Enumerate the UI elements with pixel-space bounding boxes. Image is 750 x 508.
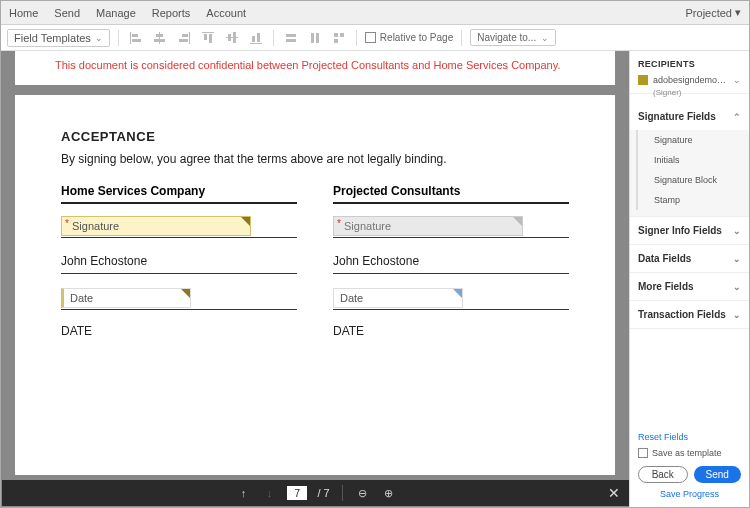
page-total: / 7	[317, 487, 329, 499]
close-icon[interactable]: ✕	[608, 485, 620, 501]
send-button[interactable]: Send	[694, 466, 742, 483]
document-page: ACCEPTANCE By signing below, you agree t…	[15, 95, 615, 475]
svg-rect-14	[233, 32, 236, 43]
chevron-down-icon: ⌄	[733, 254, 741, 264]
page-nav-bar: ↑ ↓ / 7 ⊖ ⊕ ✕	[2, 480, 629, 506]
date-field-signer1[interactable]: Date	[61, 288, 191, 308]
column-header-left: Home Services Company	[61, 184, 297, 204]
svg-rect-23	[340, 33, 344, 37]
checkbox-empty-icon	[638, 448, 648, 458]
chevron-up-icon: ⌃	[733, 112, 741, 122]
zoom-in-icon[interactable]: ⊕	[381, 487, 397, 500]
field-templates-dropdown[interactable]: Field Templates ⌄	[7, 29, 110, 47]
svg-rect-16	[252, 36, 255, 42]
match-height-icon[interactable]	[306, 29, 324, 47]
document-canvas[interactable]: This document is considered confidential…	[1, 51, 629, 507]
svg-rect-5	[154, 39, 165, 42]
align-left-icon[interactable]	[127, 29, 145, 47]
top-nav-bar: Home Send Manage Reports Account Project…	[1, 1, 749, 25]
svg-rect-3	[159, 32, 160, 44]
svg-rect-25	[365, 33, 375, 43]
right-sidebar: RECIPIENTS adobesigndemo+custo... ⌄ (Sig…	[629, 51, 749, 507]
recipients-header: RECIPIENTS	[630, 51, 749, 73]
section-heading: ACCEPTANCE	[61, 129, 569, 144]
signature-field-signer2[interactable]: * Signature	[333, 216, 523, 236]
date-label-right: DATE	[333, 324, 569, 338]
signer-name-right: John Echostone	[333, 252, 569, 268]
align-center-h-icon[interactable]	[151, 29, 169, 47]
category-more-fields[interactable]: More Fields ⌄	[630, 273, 749, 301]
field-initials[interactable]: Initials	[636, 150, 749, 170]
match-both-icon[interactable]	[330, 29, 348, 47]
category-signature-fields[interactable]: Signature Fields ⌃	[630, 103, 749, 130]
zoom-out-icon[interactable]: ⊖	[355, 487, 371, 500]
nav-send[interactable]: Send	[54, 7, 80, 19]
caret-down-icon: ▾	[735, 6, 741, 19]
chevron-down-icon: ⌄	[95, 33, 103, 43]
column-header-right: Projected Consultants	[333, 184, 569, 204]
prev-page-strip: This document is considered confidential…	[15, 51, 615, 85]
account-dropdown[interactable]: Projected ▾	[686, 6, 741, 19]
field-stamp[interactable]: Stamp	[636, 190, 749, 210]
chevron-down-icon: ⌄	[733, 310, 741, 320]
svg-rect-19	[286, 39, 296, 42]
chevron-down-icon: ⌄	[733, 226, 741, 236]
svg-rect-9	[202, 32, 214, 33]
formatting-toolbar: Field Templates ⌄ Relative to Page Navig…	[1, 25, 749, 51]
svg-rect-17	[257, 33, 260, 42]
page-up-icon[interactable]: ↑	[235, 487, 251, 499]
recipient-color-swatch	[638, 75, 648, 85]
svg-rect-4	[156, 34, 163, 37]
align-center-v-icon[interactable]	[223, 29, 241, 47]
svg-rect-15	[250, 43, 262, 44]
svg-rect-7	[182, 34, 188, 37]
align-top-icon[interactable]	[199, 29, 217, 47]
reset-fields-link[interactable]: Reset Fields	[638, 432, 688, 442]
svg-rect-12	[226, 37, 238, 38]
recipient-role: (Signer)	[653, 88, 749, 97]
svg-rect-24	[334, 39, 338, 43]
required-asterisk-icon: *	[65, 218, 69, 229]
svg-rect-0	[130, 32, 131, 44]
date-field-signer2[interactable]: Date	[333, 288, 463, 308]
chevron-down-icon: ⌄	[733, 282, 741, 292]
save-as-template-toggle[interactable]: Save as template	[638, 448, 741, 458]
match-width-icon[interactable]	[282, 29, 300, 47]
nav-reports[interactable]: Reports	[152, 7, 191, 19]
save-progress-link[interactable]: Save Progress	[660, 489, 719, 499]
svg-rect-18	[286, 34, 296, 37]
svg-rect-6	[189, 32, 190, 44]
svg-rect-21	[316, 33, 319, 43]
chevron-down-icon: ⌄	[733, 75, 741, 85]
category-transaction-fields[interactable]: Transaction Fields ⌄	[630, 301, 749, 329]
page-number-input[interactable]	[287, 486, 307, 500]
svg-rect-10	[204, 34, 207, 40]
svg-rect-22	[334, 33, 338, 37]
required-asterisk-icon: *	[337, 218, 341, 229]
svg-rect-8	[179, 39, 188, 42]
nav-home[interactable]: Home	[9, 7, 38, 19]
section-body: By signing below, you agree that the ter…	[61, 152, 569, 166]
category-signer-info[interactable]: Signer Info Fields ⌄	[630, 217, 749, 245]
svg-rect-1	[132, 34, 138, 37]
svg-rect-11	[209, 34, 212, 43]
field-signature[interactable]: Signature	[636, 130, 749, 150]
confidentiality-notice: This document is considered confidential…	[55, 59, 575, 71]
svg-rect-20	[311, 33, 314, 43]
align-right-icon[interactable]	[175, 29, 193, 47]
relative-to-page-toggle[interactable]: Relative to Page	[365, 32, 453, 43]
nav-account[interactable]: Account	[206, 7, 246, 19]
signature-field-signer1[interactable]: * Signature	[61, 216, 251, 236]
field-signature-block[interactable]: Signature Block	[636, 170, 749, 190]
svg-rect-26	[639, 449, 648, 458]
back-button[interactable]: Back	[638, 466, 688, 483]
date-label-left: DATE	[61, 324, 297, 338]
category-data-fields[interactable]: Data Fields ⌄	[630, 245, 749, 273]
page-down-icon[interactable]: ↓	[261, 487, 277, 499]
navigate-to-dropdown[interactable]: Navigate to... ⌄	[470, 29, 556, 46]
svg-rect-13	[228, 34, 231, 41]
nav-manage[interactable]: Manage	[96, 7, 136, 19]
signer-name-left: John Echostone	[61, 252, 297, 268]
align-bottom-icon[interactable]	[247, 29, 265, 47]
checkbox-empty-icon	[365, 32, 376, 43]
